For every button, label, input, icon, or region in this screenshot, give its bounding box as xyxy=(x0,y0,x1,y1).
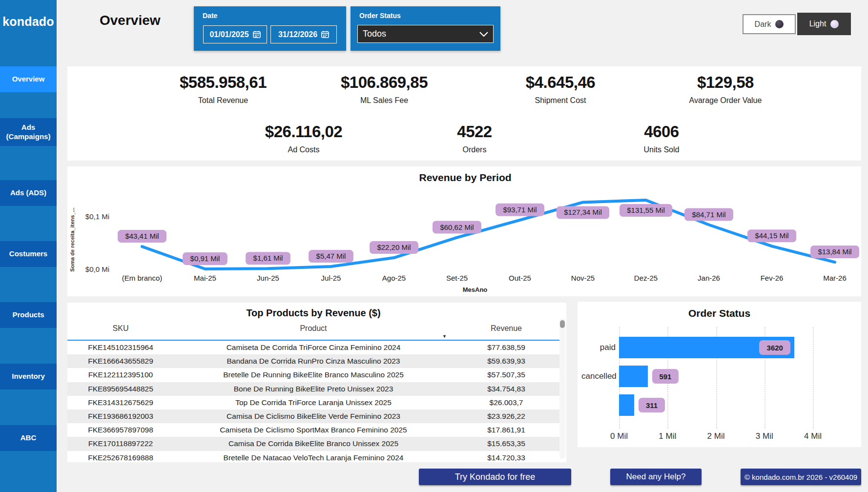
theme-dark-button[interactable]: Dark xyxy=(743,14,796,34)
cell-revenue: $23.926,22 xyxy=(453,412,559,421)
table-row[interactable]: FKE122112395100Bretelle De Running BikeE… xyxy=(67,368,559,382)
cell-product: Camiseta De Corrida TriForce Cinza Femin… xyxy=(174,343,453,352)
table-row[interactable]: FKE193686192003Camisa De Ciclismo BikeEl… xyxy=(67,410,559,423)
table-row[interactable]: FKE314312675629Top De Corrida TriForce L… xyxy=(67,396,559,410)
light-theme-circle-icon xyxy=(830,20,839,28)
column-header-revenue[interactable]: Revenue xyxy=(453,324,559,333)
x-axis-tick: Set-25 xyxy=(446,274,468,282)
x-axis-tick: Fev-26 xyxy=(761,274,784,282)
sidebar-item-ads-campaigns[interactable]: Ads (Campaigns) xyxy=(0,118,57,146)
x-axis-label: MesAno xyxy=(463,286,488,293)
cell-sku: FKE895695448825 xyxy=(67,385,174,393)
sidebar-item-costumers[interactable]: Costumers xyxy=(0,241,57,267)
kpi-label: Avarage Order Value xyxy=(638,96,813,105)
need-help-button[interactable]: Need any Help? xyxy=(610,469,702,485)
table-row[interactable]: FKE166643655829Bandana De Corrida RunPro… xyxy=(67,354,559,368)
table-row[interactable]: FKE170118897222Camisa De Corrida BikeEli… xyxy=(67,437,559,451)
data-label-text: $5,47 Mil xyxy=(316,252,346,260)
cell-sku: FKE170118897222 xyxy=(67,439,174,448)
table-scrollbar[interactable] xyxy=(559,318,565,459)
cell-revenue: $77.638,59 xyxy=(453,343,559,352)
kpi-label: ML Sales Fee xyxy=(296,96,472,105)
date-start-input[interactable]: 01/01/2025 xyxy=(203,25,267,43)
date-end-input[interactable]: 31/12/2026 xyxy=(270,25,337,43)
revenue-by-period-chart: Revenue by Period$0,0 Mi$0,1 MiSoma de r… xyxy=(67,166,861,296)
bar-cancelled[interactable] xyxy=(619,366,648,387)
cell-sku: FKE166643655829 xyxy=(67,357,174,366)
x-axis-tick: Jan-26 xyxy=(698,274,720,282)
y-axis-tick: $0,1 Mi xyxy=(85,212,109,221)
cell-product: Bone De Running BikeElite Preto Unissex … xyxy=(174,385,453,393)
cell-revenue: $14.720,33 xyxy=(453,453,559,462)
table-row[interactable]: FKE895695448825Bone De Running BikeElite… xyxy=(67,382,559,396)
table-row[interactable]: FKE252678169888Bretelle De Natacao VeloT… xyxy=(67,451,559,465)
table-row[interactable]: FKE145102315964Camiseta De Corrida TriFo… xyxy=(67,341,559,354)
cell-product: Camisa De Corrida BikeElite Branco Uniss… xyxy=(174,439,453,448)
column-header-sku[interactable]: SKU xyxy=(67,324,174,333)
kpi-shipment-cost: $4.645,46Shipment Cost xyxy=(473,73,648,105)
kpi-value: 4522 xyxy=(387,123,562,141)
x-axis-tick: 0 Mil xyxy=(599,431,639,441)
category-label-paid: paid xyxy=(581,343,616,352)
x-axis-tick: Out-25 xyxy=(509,274,531,282)
chart-title: Revenue by Period xyxy=(419,172,511,183)
cell-product: Camisa De Ciclismo BikeElite Verde Femin… xyxy=(174,412,453,421)
bar-blank[interactable] xyxy=(619,394,634,416)
cell-revenue: $26.003,7 xyxy=(453,398,559,407)
date-end-value: 31/12/2026 xyxy=(278,30,317,39)
sidebar-item-ads-ads[interactable]: Ads (ADS) xyxy=(0,180,57,206)
sidebar-item-overview[interactable]: Overview xyxy=(0,66,57,92)
cell-revenue: $34.754,83 xyxy=(453,385,559,393)
sidebar-item-abc[interactable]: ABC xyxy=(0,425,57,451)
date-start-value: 01/01/2025 xyxy=(209,30,248,39)
kpi-value: $585.958,61 xyxy=(135,73,311,92)
try-kondado-button[interactable]: Try Kondado for free xyxy=(419,469,571,485)
dark-button-label: Dark xyxy=(755,20,771,29)
version-badge-button[interactable]: © kondado.com.br 2026 - v260409 xyxy=(741,469,861,485)
order-status-filter-label: Order Status xyxy=(359,12,401,20)
page-title: Overview xyxy=(100,13,161,28)
kpi-label: Orders xyxy=(387,145,562,154)
sidebar-item-products[interactable]: Products xyxy=(0,302,57,328)
theme-light-button[interactable]: Light xyxy=(797,13,851,35)
data-label-text: $84,71 Mil xyxy=(692,210,725,219)
y-axis-label: Soma de receita_itens_... xyxy=(69,207,75,271)
table-body: FKE145102315964Camiseta De Corrida TriFo… xyxy=(67,341,559,465)
chevron-down-icon xyxy=(479,29,488,39)
sort-descending-icon[interactable]: ▼ xyxy=(442,334,447,339)
cell-revenue: $59.639,93 xyxy=(453,357,559,366)
bar-value-label: 591 xyxy=(652,369,679,384)
cell-product: Bandana De Corrida RunPro Cinza Masculin… xyxy=(174,357,453,366)
order-status-selected-value: Todos xyxy=(363,29,386,39)
kpi-value: $129,58 xyxy=(638,73,813,92)
x-axis-tick: 2 Mil xyxy=(697,431,736,441)
bar-value-label: 3620 xyxy=(759,340,790,355)
kpi-units-sold: 4606Units Sold xyxy=(574,123,749,154)
cell-product: Top De Corrida TriForce Laranja Unissex … xyxy=(174,398,453,407)
x-axis-tick: 4 Mil xyxy=(793,431,832,441)
table-row[interactable]: FKE366957897098Camiseta De Ciclismo Spor… xyxy=(67,423,559,437)
kpi-orders: 4522Orders xyxy=(387,123,562,154)
cell-product: Bretelle De Natacao VeloTech Laranja Fem… xyxy=(174,453,453,462)
kpi-total-revenue: $585.958,61Total Revenue xyxy=(135,73,311,105)
order-status-dropdown[interactable]: Todos xyxy=(357,25,494,43)
cell-sku: FKE122112395100 xyxy=(67,370,174,379)
line-chart-svg: Revenue by Period$0,0 Mi$0,1 MiSoma de r… xyxy=(67,166,861,296)
data-label-text: $0,91 Mil xyxy=(190,254,220,263)
kpi-label: Ad Costs xyxy=(216,145,392,154)
dark-theme-circle-icon xyxy=(775,20,784,28)
column-header-product[interactable]: Product xyxy=(174,324,453,333)
table-header: SKU Product Revenue ▼ xyxy=(67,322,559,339)
table-scrollbar-thumb[interactable] xyxy=(560,320,565,328)
data-label-text: $131,55 Mil xyxy=(627,206,665,214)
gridline xyxy=(813,327,814,429)
cell-revenue: $15.653,35 xyxy=(453,439,559,448)
cell-revenue: $57.507,35 xyxy=(453,370,559,379)
light-button-label: Light xyxy=(809,20,827,28)
cell-sku: FKE145102315964 xyxy=(67,343,174,352)
y-axis-tick: $0,0 Mi xyxy=(85,265,109,273)
date-filter-label: Date xyxy=(203,12,217,20)
kpi-value: $106.869,85 xyxy=(296,73,472,92)
top-products-table-card: Top Products by Revenue ($) SKU Product … xyxy=(67,303,566,462)
sidebar-item-inventory[interactable]: Inventory xyxy=(0,364,57,390)
